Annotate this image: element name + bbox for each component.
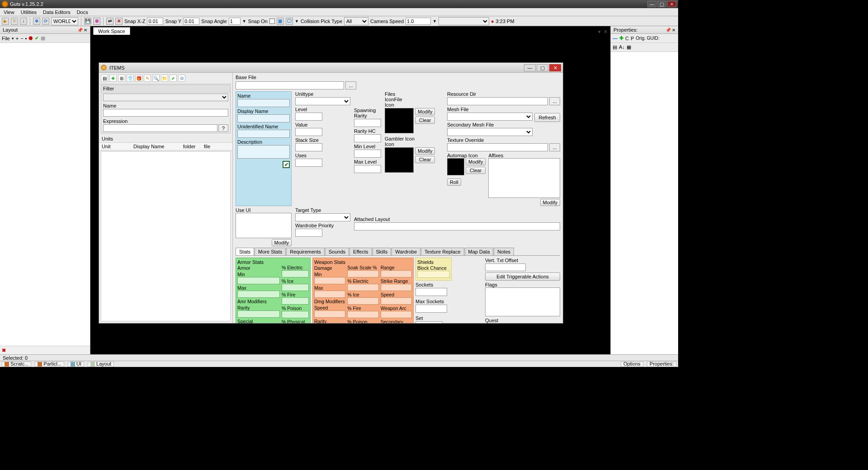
edit-trig-button[interactable]: Edit Triggerable Actions xyxy=(485,273,560,281)
grid-3d-icon[interactable]: ▦ xyxy=(277,18,284,25)
taskbar-particl[interactable]: Particl... xyxy=(35,362,64,367)
ws-dropdown-icon[interactable]: ▾ xyxy=(598,29,601,35)
world-select[interactable]: WORLD xyxy=(51,17,78,25)
w-arc[interactable] xyxy=(381,311,412,318)
tab-requirements[interactable]: Requirements xyxy=(286,248,324,255)
armor-ice[interactable] xyxy=(282,284,309,291)
menu-view[interactable]: View xyxy=(4,9,14,15)
use-ui-modify[interactable]: Modify xyxy=(272,239,292,246)
uses-input[interactable] xyxy=(295,159,322,167)
link-icon[interactable]: ⇄ xyxy=(106,18,113,25)
filter-select[interactable] xyxy=(103,94,228,101)
block-chance[interactable] xyxy=(417,271,450,278)
minimize-button[interactable]: — xyxy=(647,1,656,7)
texture-override-input[interactable] xyxy=(447,143,548,151)
save-icon[interactable]: 💾 xyxy=(84,18,91,25)
tab-effects[interactable]: Effects xyxy=(349,248,372,255)
name-input[interactable] xyxy=(237,99,290,107)
delete-icon[interactable]: ✖ xyxy=(115,18,123,25)
items-maximize[interactable]: ▢ xyxy=(537,64,548,71)
taskbar-options[interactable]: Options xyxy=(621,362,643,367)
gift-icon[interactable]: 🎁 xyxy=(135,75,142,82)
sec-mesh-select[interactable] xyxy=(447,128,533,136)
set-select[interactable] xyxy=(415,321,443,323)
taskbar-properties[interactable]: Properties: xyxy=(647,362,676,367)
icon-clear-button[interactable]: Clear xyxy=(415,117,435,124)
armor-rarity[interactable] xyxy=(237,310,280,318)
dmg-max[interactable] xyxy=(314,291,345,298)
workspace-tab[interactable]: Work Space xyxy=(93,27,130,35)
armor-max[interactable] xyxy=(237,291,280,298)
armor-elec[interactable] xyxy=(282,270,309,277)
stack-input[interactable] xyxy=(295,143,322,151)
tab-skills[interactable]: Skills xyxy=(373,248,392,255)
ws-close-icon[interactable]: ✕ xyxy=(604,29,608,35)
gear-icon[interactable]: ⚙ xyxy=(178,75,185,82)
prop-p-button[interactable]: P xyxy=(631,36,634,41)
col-folder[interactable]: folder xyxy=(183,144,204,149)
arrow-down-icon[interactable]: ↓ xyxy=(20,18,27,25)
max-sockets[interactable] xyxy=(415,305,447,313)
expr-help-button[interactable]: ? xyxy=(218,124,228,132)
edit-icon[interactable]: ✎ xyxy=(144,75,151,82)
snap-on-checkbox[interactable] xyxy=(269,19,275,24)
snap-xz-input[interactable] xyxy=(147,18,163,25)
shirt-icon[interactable]: 👕 xyxy=(127,75,134,82)
flag-icon[interactable]: ⚐ xyxy=(11,18,18,25)
min-level-input[interactable] xyxy=(354,150,381,158)
w-speed2[interactable] xyxy=(381,297,412,305)
tab-notes[interactable]: Notes xyxy=(494,248,514,255)
menu-data-editors[interactable]: Data Editors xyxy=(43,9,71,15)
rarity-hc-input[interactable] xyxy=(354,134,381,142)
base-file-input[interactable] xyxy=(236,81,344,89)
delete-x-icon[interactable]: ✖ xyxy=(0,346,90,355)
camera-input[interactable] xyxy=(406,18,431,25)
display-name-input[interactable] xyxy=(237,114,290,122)
tab-sounds[interactable]: Sounds xyxy=(325,248,349,255)
col-file[interactable]: file xyxy=(204,144,217,149)
level-input[interactable] xyxy=(295,113,322,121)
unident-input[interactable] xyxy=(237,130,290,138)
taskbar-layout[interactable]: Layout xyxy=(88,362,114,367)
armor-min[interactable] xyxy=(237,277,280,284)
unittype-select[interactable] xyxy=(295,97,350,105)
snap-angle-input[interactable] xyxy=(229,18,241,25)
flags-box[interactable] xyxy=(485,287,560,316)
mesh-select[interactable] xyxy=(447,113,533,121)
automap-modify[interactable]: Modify xyxy=(466,158,486,165)
add-icon[interactable]: ✚ xyxy=(109,75,117,82)
sockets[interactable] xyxy=(415,288,447,296)
items-titlebar[interactable]: ITEMS — ▢ ✕ xyxy=(99,63,563,73)
use-ui-box[interactable] xyxy=(236,213,292,238)
col-display[interactable]: Display Name xyxy=(133,144,183,149)
prop-plus-icon[interactable]: ✚ xyxy=(619,35,623,41)
desc-check[interactable]: ✔ xyxy=(283,161,290,168)
props-icon[interactable]: ▦ xyxy=(627,44,631,50)
plus-icon[interactable]: + xyxy=(16,36,19,41)
w-elec[interactable] xyxy=(347,284,378,291)
col-unit[interactable]: Unit xyxy=(102,144,133,149)
tab-map[interactable]: Map Data xyxy=(465,248,494,255)
spawn-rarity-input[interactable] xyxy=(354,119,381,127)
armor-poison[interactable] xyxy=(282,311,309,318)
snap-y-input[interactable] xyxy=(183,18,199,25)
gambler-modify-button[interactable]: Modify xyxy=(415,147,435,155)
menu-utilities[interactable]: Utilities xyxy=(21,9,37,15)
file-icon[interactable]: ▤ xyxy=(101,75,108,82)
pin-icon[interactable]: 📌 xyxy=(665,28,671,33)
w-range[interactable] xyxy=(381,270,412,277)
empty-select[interactable] xyxy=(439,17,489,25)
wardrobe-prio-input[interactable] xyxy=(295,229,322,237)
taskbar-scratch[interactable]: Scratc... xyxy=(2,362,31,367)
taskbar-ui[interactable]: UI xyxy=(68,362,84,367)
categorize-icon[interactable]: ▤ xyxy=(613,44,617,50)
automap-clear[interactable]: Clear xyxy=(466,167,486,174)
file-menu[interactable]: File xyxy=(2,36,10,41)
record-icon[interactable]: ● xyxy=(491,19,494,24)
affixes-list[interactable] xyxy=(488,158,560,198)
base-file-browse[interactable]: ... xyxy=(345,81,356,89)
items-minimize[interactable]: — xyxy=(524,64,536,71)
stop-icon[interactable]: ⬣ xyxy=(28,35,33,41)
w-fire[interactable] xyxy=(347,311,378,318)
icon-modify-button[interactable]: Modify xyxy=(415,108,435,115)
